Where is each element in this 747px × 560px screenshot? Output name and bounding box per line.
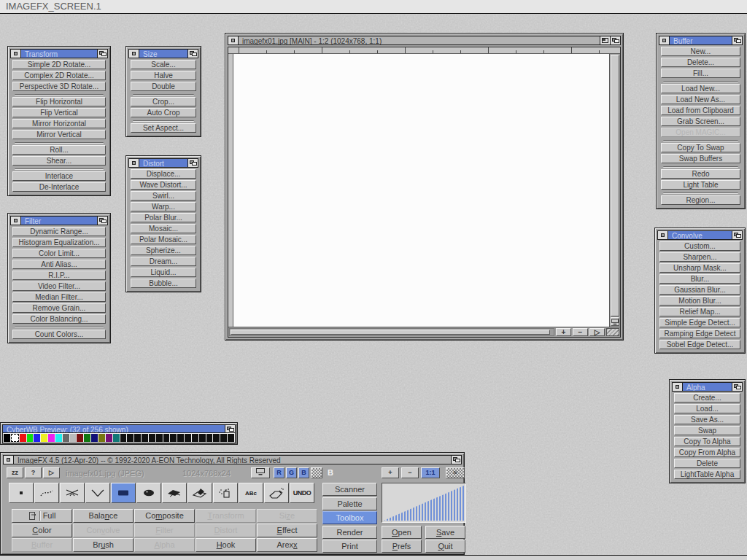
dither-preview-button[interactable]: ≈ [446,467,465,478]
button-histogram-equalization[interactable]: Histogram Equalization... [12,238,106,247]
depth-icon[interactable] [187,50,198,58]
polygon-tool-button[interactable] [162,483,187,503]
sleep-button[interactable]: zz [7,467,23,478]
color-swatch[interactable] [77,434,83,442]
horizontal-scrollbar[interactable] [229,328,554,336]
button-rip[interactable]: R.I.P... [12,271,106,280]
convolve-titlebar[interactable]: Convolve [657,230,743,240]
fill-tool-button[interactable] [187,483,212,503]
color-swatch[interactable] [163,434,170,442]
button-copy-from-alpha[interactable]: Copy From Alpha [674,448,740,457]
close-icon[interactable] [658,231,668,239]
color-swatch[interactable] [20,434,26,442]
close-icon[interactable] [129,159,139,167]
size-titlebar[interactable]: Size [128,49,198,58]
button-remove-grain[interactable]: Remove Grain... [12,303,106,313]
button-color-balancing[interactable]: Color Balancing... [12,314,106,324]
color-swatch[interactable] [41,434,47,442]
button-anti-alias[interactable]: Anti Alias... [12,260,106,269]
button-median-filter[interactable]: Median Filter... [12,292,106,302]
button-displace[interactable]: Displace... [131,169,196,179]
rect-tool-button[interactable] [111,483,136,503]
zoom-ratio-button[interactable]: 1:1 [421,467,440,478]
palette-titlebar[interactable]: CyberWB Preview: (32 of 256 shown) [2,424,236,433]
button-complex-2d-rotate[interactable]: Complex 2D Rotate... [12,71,106,80]
horizontal-scrollbar-thumb[interactable] [231,330,550,335]
gradient-preview[interactable] [382,483,466,523]
button-interlace[interactable]: Interlace [12,171,106,181]
grid-button-color[interactable]: Color [12,524,72,537]
color-swatch[interactable] [177,434,184,442]
color-swatch[interactable] [84,434,90,442]
button-simple-2d-rotate[interactable]: Simple 2D Rotate... [12,60,106,69]
color-swatch[interactable] [228,434,234,442]
color-swatch[interactable] [134,434,141,442]
button-set-aspect[interactable]: Set Aspect... [131,123,196,133]
depth-icon[interactable] [732,231,742,239]
color-swatch[interactable] [206,434,213,442]
screen-title-bar[interactable]: IMAGEFX_SCREEN.1 [0,0,747,14]
color-swatch[interactable] [127,434,133,442]
button-delete-alpha[interactable]: Delete [674,459,740,468]
button-new[interactable]: New... [661,47,740,56]
depth-icon[interactable] [732,36,742,44]
button-swirl[interactable]: Swirl... [131,191,196,201]
button-wave-distort[interactable]: Wave Distort... [131,180,196,190]
button-crop[interactable]: Crop... [131,97,196,106]
image-canvas[interactable] [233,54,609,327]
spraycan-tool-button[interactable] [213,483,238,503]
vertical-scrollbar-thumb[interactable] [611,55,619,316]
screen-mode-button[interactable] [251,467,270,478]
button-unsharp-mask[interactable]: Unsharp Mask... [659,263,740,273]
resize-handle[interactable] [606,328,619,336]
color-swatch[interactable] [55,434,62,442]
button-load[interactable]: Load... [674,404,740,413]
button-bubble[interactable]: Bubble... [131,279,196,288]
button-flip-vertical[interactable]: Flip Vertical [12,108,106,117]
button-blur[interactable]: Blur... [659,274,740,284]
depth-icon[interactable] [451,456,461,464]
distort-titlebar[interactable]: Distort [128,158,198,168]
curve-tool-button[interactable] [85,483,110,503]
zoom-in-button[interactable]: + [556,328,571,336]
button-mosaic[interactable]: Mosaic... [131,224,196,233]
button-motion-blur[interactable]: Motion Blur... [659,296,740,306]
color-swatch[interactable] [213,434,220,442]
color-swatch[interactable] [48,434,55,442]
grid-button-effect[interactable]: Effect [257,524,317,537]
transform-titlebar[interactable]: Transform [10,49,108,58]
close-icon[interactable] [4,456,14,464]
ellipse-tool-button[interactable] [136,483,161,503]
depth-icon[interactable] [225,425,235,432]
airbrush-tool-button[interactable] [264,483,289,503]
color-swatch[interactable] [192,434,198,442]
button-count-colors[interactable]: Count Colors... [12,330,106,339]
green-channel-button[interactable]: G [286,467,297,478]
button-halve[interactable]: Halve [131,71,196,80]
view-zoom-in-button[interactable]: + [382,467,399,478]
button-color-limit[interactable]: Color Limit... [12,249,106,258]
grid-button-arexx[interactable]: Arexx [257,538,317,552]
button-load-new[interactable]: Load New... [661,84,740,93]
grid-button-hook[interactable]: Hook [196,538,256,552]
color-swatch[interactable] [220,434,227,442]
color-swatch[interactable] [156,434,163,442]
color-swatch[interactable] [63,434,69,442]
color-swatch[interactable] [113,434,120,442]
depth-icon[interactable] [610,36,620,44]
text-tool-button[interactable]: ABc [239,483,263,503]
color-swatch[interactable] [185,434,191,442]
blue-channel-button[interactable]: B [298,467,309,478]
color-swatch[interactable] [170,434,177,442]
color-swatch[interactable] [34,434,40,442]
depth-icon[interactable] [732,383,742,391]
prefs-button[interactable]: Prefs [382,540,422,553]
button-spherize[interactable]: Spherize... [131,246,196,255]
color-swatch[interactable] [11,434,19,442]
color-swatch[interactable] [91,434,98,442]
button-save-as[interactable]: Save As... [674,415,740,424]
button-gaussian-blur[interactable]: Gaussian Blur... [659,285,740,295]
color-swatch[interactable] [199,434,206,442]
button-mirror-horizontal[interactable]: Mirror Horizontal [12,119,106,128]
panel-button-print[interactable]: Print [322,540,377,553]
